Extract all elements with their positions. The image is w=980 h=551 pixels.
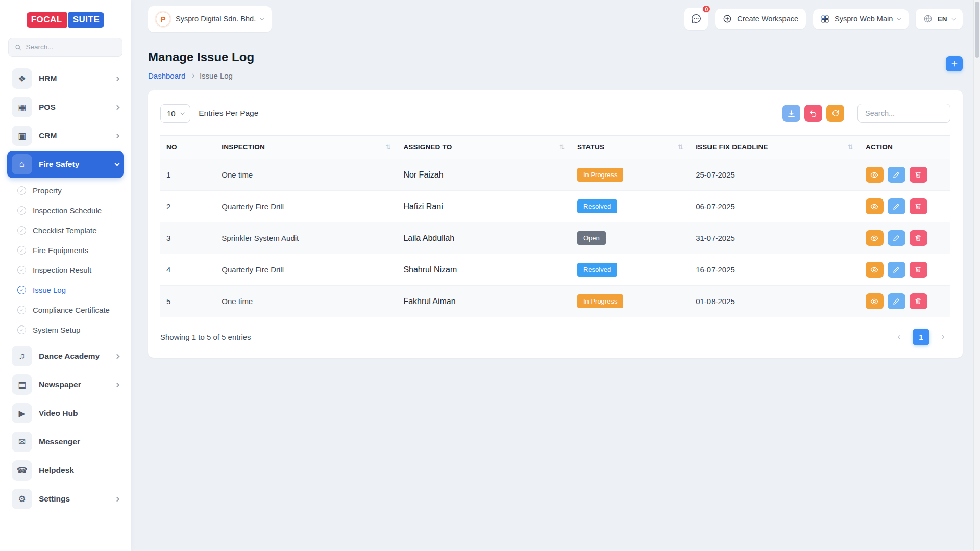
table-search-input[interactable]	[857, 104, 950, 123]
chevron-down-icon	[897, 16, 901, 20]
sort-icon[interactable]: ⇅	[848, 143, 853, 151]
sidebar-item-hrm[interactable]: ❖HRM	[7, 65, 124, 92]
export-button[interactable]	[782, 105, 800, 122]
status-badge: Resolved	[577, 199, 617, 213]
sidebar-item-label: Settings	[39, 494, 109, 504]
view-button[interactable]	[866, 293, 884, 309]
fire-safety-submenu: ✓Property✓Inspection Schedule✓Checklist …	[7, 181, 124, 340]
reset-button[interactable]	[804, 105, 822, 122]
cell-inspection: One time	[215, 286, 397, 317]
entries-summary: Showing 1 to 5 of 5 entries	[160, 333, 251, 341]
cell-actions	[860, 159, 950, 191]
sidebar-item-label: HRM	[39, 74, 109, 83]
check-circle-icon: ✓	[17, 325, 26, 334]
eye-icon	[870, 171, 878, 179]
column-header-status[interactable]: STATUS⇅	[571, 136, 690, 159]
cell-status: In Progress	[571, 286, 690, 317]
refresh-button[interactable]	[826, 105, 844, 122]
delete-button[interactable]	[910, 198, 927, 214]
company-logo-letter: P	[160, 15, 165, 23]
sidebar-item-newspaper[interactable]: ▤Newspaper	[7, 371, 124, 398]
table-toolbar: 10 Entries Per Page	[160, 104, 950, 123]
column-header-assigned-to[interactable]: ASSIGNED TO⇅	[397, 136, 571, 159]
sidebar-subitem-compliance-certificate[interactable]: ✓Compliance Certificate	[7, 300, 124, 320]
sidebar-item-settings[interactable]: ⚙Settings	[7, 485, 124, 513]
sidebar-item-pos[interactable]: ▦POS	[7, 93, 124, 121]
entries-per-page-select[interactable]: 10	[160, 104, 190, 123]
language-selector[interactable]: EN	[916, 9, 963, 29]
cell-deadline: 16-07-2025	[690, 254, 860, 286]
cell-actions	[860, 286, 950, 317]
sidebar-item-crm[interactable]: ▣CRM	[7, 122, 124, 149]
check-circle-icon: ✓	[17, 226, 26, 235]
column-header-inspection[interactable]: INSPECTION⇅	[215, 136, 397, 159]
chat-button[interactable]: 0	[684, 8, 708, 30]
status-badge: In Progress	[577, 294, 623, 308]
cell-inspection: Quarterly Fire Drill	[215, 254, 397, 286]
edit-button[interactable]	[888, 262, 905, 278]
edit-button[interactable]	[888, 230, 905, 246]
page-scrollbar[interactable]	[973, 0, 980, 551]
status-badge: Resolved	[577, 263, 617, 277]
edit-button[interactable]	[888, 293, 905, 309]
chevron-right-icon	[115, 133, 120, 138]
sidebar-subitem-system-setup[interactable]: ✓System Setup	[7, 320, 124, 340]
refresh-icon	[831, 109, 840, 117]
sidebar-subitem-fire-equipments[interactable]: ✓Fire Equipments	[7, 240, 124, 260]
sidebar-subitem-inspection-result[interactable]: ✓Inspection Result	[7, 260, 124, 280]
create-workspace-label: Create Workspace	[737, 15, 798, 23]
sidebar-search-input[interactable]	[26, 43, 116, 51]
pencil-icon	[893, 298, 900, 305]
column-header-action: ACTION	[860, 136, 950, 159]
sidebar-item-helpdesk[interactable]: ☎Helpdesk	[7, 457, 124, 484]
delete-button[interactable]	[910, 293, 927, 309]
view-button[interactable]	[866, 230, 884, 246]
delete-button[interactable]	[910, 230, 927, 246]
view-button[interactable]	[866, 262, 884, 278]
cell-inspection: One time	[215, 159, 397, 191]
chevron-right-icon	[190, 74, 194, 78]
app-root: FOCAL SUITE ❖HRM▦POS▣CRM⌂Fire Safety✓Pro…	[0, 0, 980, 551]
chevron-down-icon	[260, 16, 264, 20]
cell-no: 4	[160, 254, 215, 286]
sort-icon[interactable]: ⇅	[678, 143, 683, 151]
edit-button[interactable]	[888, 198, 905, 214]
sidebar-subitem-issue-log[interactable]: ✓Issue Log	[7, 280, 124, 300]
sort-icon[interactable]: ⇅	[385, 143, 391, 151]
sidebar-subitem-checklist-template[interactable]: ✓Checklist Template	[7, 220, 124, 240]
sort-icon[interactable]: ⇅	[559, 143, 565, 151]
topbar: P Syspro Digital Sdn. Bhd. 0 Create Work…	[131, 0, 980, 38]
chat-icon	[691, 13, 702, 24]
pencil-icon	[893, 171, 900, 179]
cell-assigned-to: Hafizi Rani	[397, 191, 571, 222]
sidebar-item-dance-academy[interactable]: ♫Dance Academy	[7, 342, 124, 370]
create-workspace-button[interactable]: Create Workspace	[715, 9, 806, 29]
sidebar-item-video-hub[interactable]: ▶Video Hub	[7, 399, 124, 427]
page-1-button[interactable]: 1	[913, 329, 929, 345]
check-circle-icon: ✓	[17, 206, 26, 215]
next-page-button[interactable]	[934, 329, 950, 345]
workspace-selector[interactable]: Syspro Web Main	[813, 9, 909, 29]
sidebar-item-fire-safety[interactable]: ⌂Fire Safety	[7, 151, 124, 178]
column-header-issue-fix-deadline[interactable]: ISSUE FIX DEADLINE⇅	[690, 136, 860, 159]
view-button[interactable]	[866, 198, 884, 214]
cell-no: 5	[160, 286, 215, 317]
check-circle-icon: ✓	[17, 186, 26, 195]
delete-button[interactable]	[910, 262, 927, 278]
add-issue-button[interactable]	[946, 56, 963, 71]
sidebar-subitem-inspection-schedule[interactable]: ✓Inspection Schedule	[7, 201, 124, 220]
edit-button[interactable]	[888, 167, 905, 183]
view-button[interactable]	[866, 167, 884, 183]
sidebar-item-messenger[interactable]: ✉Messenger	[7, 428, 124, 456]
sidebar-subitem-property[interactable]: ✓Property	[7, 181, 124, 201]
sidebar-search[interactable]	[8, 38, 122, 57]
cell-deadline: 01-08-2025	[690, 286, 860, 317]
cell-status: In Progress	[571, 159, 690, 191]
breadcrumb-dashboard-link[interactable]: Dashboard	[148, 71, 185, 80]
delete-button[interactable]	[910, 167, 927, 183]
company-selector[interactable]: P Syspro Digital Sdn. Bhd.	[148, 6, 272, 32]
previous-page-button[interactable]	[892, 329, 909, 345]
sidebar-subitem-label: Fire Equipments	[33, 246, 88, 255]
scrollbar-thumb[interactable]	[975, 2, 979, 58]
settings-icon: ⚙	[12, 489, 32, 509]
